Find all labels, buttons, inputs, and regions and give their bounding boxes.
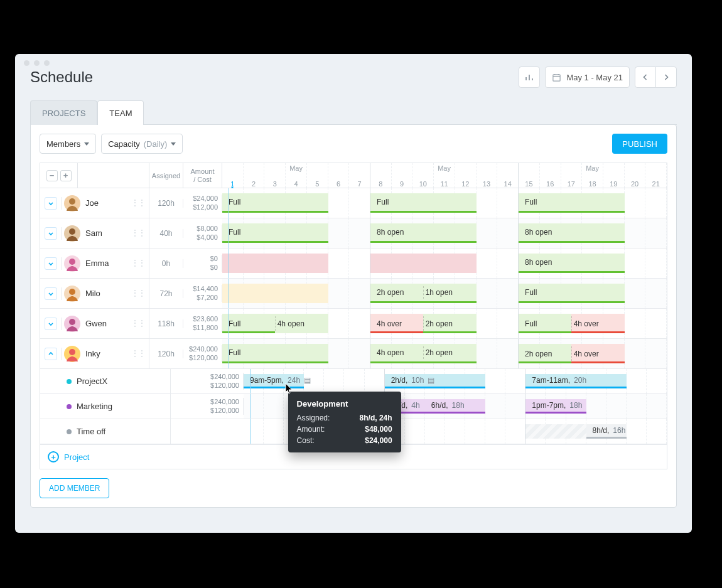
publish-button[interactable]: PUBLISH <box>612 134 667 154</box>
avatar <box>64 225 80 242</box>
assignment-block[interactable]: 9am-5pm, 24h ▤ <box>244 374 304 388</box>
tab-projects[interactable]: PROJECTS <box>30 100 97 125</box>
assignment-block[interactable]: 6h/d, 18h <box>425 399 485 414</box>
member-row: Joe ⋮⋮ 120h $24,000$12,000 FullFullFull <box>40 188 667 218</box>
avatar <box>64 286 80 302</box>
day-header: 20 <box>625 163 646 188</box>
day-header: 16 <box>540 163 561 188</box>
grid-header: − + Assigned Amount/ Cost 1234May5678910… <box>40 163 667 188</box>
day-header: 12 <box>455 163 477 188</box>
svg-point-4 <box>69 228 75 235</box>
expand-button[interactable] <box>45 197 57 210</box>
schedule-grid: − + Assigned Amount/ Cost 1234May5678910… <box>40 163 667 469</box>
expand-button[interactable] <box>45 257 57 270</box>
caret-down-icon <box>84 142 89 146</box>
plus-circle-icon: + <box>48 451 59 462</box>
day-header: 7 <box>349 163 370 188</box>
assigned-hours: 120h <box>149 350 183 358</box>
drag-handle-icon[interactable]: ⋮⋮ <box>131 323 145 324</box>
window-controls <box>24 60 50 66</box>
day-header: 5 <box>307 163 328 188</box>
next-button[interactable] <box>655 67 677 88</box>
traffic-light-icon <box>24 60 30 66</box>
amount-cost: $240,000$120,000 <box>205 373 244 390</box>
project-name: Marketing <box>77 402 112 411</box>
capacity-block[interactable]: Full <box>222 344 328 363</box>
capacity-block[interactable] <box>370 254 477 273</box>
drag-handle-icon[interactable]: ⋮⋮ <box>131 353 145 355</box>
window: Schedule May 1 - May 21 <box>15 54 692 533</box>
assignment-block[interactable]: 2h/d, 10h ▤ <box>385 374 485 388</box>
expand-all-button[interactable]: + <box>60 170 72 181</box>
capacity-dropdown[interactable]: Capacity (Daily) <box>101 134 183 154</box>
expand-button[interactable] <box>45 318 57 330</box>
capacity-mode: (Daily) <box>144 139 168 149</box>
drag-handle-icon[interactable]: ⋮⋮ <box>131 262 145 264</box>
day-header: 15 <box>519 163 540 188</box>
day-header: 19 <box>603 163 625 188</box>
chart-view-button[interactable] <box>519 67 540 88</box>
day-header: 1 <box>222 163 244 188</box>
capacity-block[interactable]: 8h open <box>519 223 625 243</box>
day-header: 10 <box>412 163 434 188</box>
member-name: Joe <box>85 198 99 208</box>
expand-button[interactable] <box>45 287 57 300</box>
capacity-block[interactable]: Full4h over <box>519 314 625 333</box>
capacity-block[interactable]: Full <box>222 193 328 213</box>
capacity-block[interactable]: Full4h open <box>222 314 328 333</box>
capacity-block[interactable]: Full <box>519 284 625 303</box>
day-header: 9 <box>392 163 413 188</box>
chevron-left-icon <box>642 73 649 81</box>
svg-rect-0 <box>553 74 560 80</box>
collapse-button[interactable] <box>45 348 57 360</box>
amount-cost: $14,400$7,200 <box>183 285 222 302</box>
capacity-block[interactable]: 4h over2h open <box>370 314 477 333</box>
day-header: 3 <box>264 163 286 188</box>
capacity-block[interactable] <box>222 254 328 273</box>
capacity-block[interactable]: Full <box>370 193 477 213</box>
members-dropdown[interactable]: Members <box>40 134 96 154</box>
member-name: Gwen <box>85 319 107 328</box>
capacity-block[interactable]: 8h open <box>370 223 477 243</box>
capacity-block[interactable]: 2h open1h open <box>370 284 477 303</box>
drag-handle-icon[interactable]: ⋮⋮ <box>131 202 145 204</box>
drag-handle-icon[interactable]: ⋮⋮ <box>131 292 145 294</box>
calendar-icon <box>552 73 561 82</box>
assigned-hours: 118h <box>149 319 183 328</box>
date-range-picker[interactable]: May 1 - May 21 <box>545 67 630 88</box>
capacity-block[interactable]: 8h open <box>519 254 625 273</box>
add-member-button[interactable]: ADD MEMBER <box>40 478 109 498</box>
collapse-all-button[interactable]: − <box>46 170 58 181</box>
tab-team[interactable]: TEAM <box>97 100 144 125</box>
prev-button[interactable] <box>635 67 656 88</box>
col-assigned: Assigned <box>149 163 183 188</box>
member-row: Gwen ⋮⋮ 118h $23,600$11,800 Full4h open4… <box>40 309 667 339</box>
capacity-block[interactable]: Full <box>222 223 328 243</box>
assigned-hours: 120h <box>149 199 183 208</box>
project-color-dot <box>67 404 72 409</box>
day-header: 2 <box>244 163 265 188</box>
capacity-block[interactable]: 4h open2h open <box>370 344 477 363</box>
amount-cost: $240,000$120,000 <box>183 345 222 363</box>
bar-chart-icon <box>524 72 534 82</box>
capacity-block[interactable] <box>222 284 328 303</box>
avatar <box>64 316 80 332</box>
date-range-text: May 1 - May 21 <box>566 73 623 82</box>
amount-cost: $23,600$11,800 <box>183 315 222 333</box>
assignment-block[interactable]: 1pm-7pm, 18h <box>525 399 586 414</box>
day-header: 6 <box>328 163 350 188</box>
amount-cost: $24,000$12,000 <box>183 195 222 212</box>
capacity-block[interactable]: 2h open4h over <box>519 344 625 363</box>
col-amount: Amount/ Cost <box>183 163 222 188</box>
traffic-light-icon <box>44 60 50 66</box>
assigned-hours: 40h <box>149 229 183 238</box>
capacity-block[interactable]: Full <box>519 193 625 213</box>
assignment-tooltip: DevelopmentAssigned:8h/d, 24hAmount:$48,… <box>288 392 401 452</box>
expand-button[interactable] <box>45 227 57 240</box>
drag-handle-icon[interactable]: ⋮⋮ <box>131 232 145 234</box>
member-name: Sam <box>85 228 102 238</box>
amount-cost: $8,000$4,000 <box>183 225 222 242</box>
assignment-block[interactable]: 8h/d, 16h <box>586 424 627 439</box>
assignment-block[interactable]: 7am-11am, 20h <box>525 374 626 388</box>
project-name: Time off <box>77 427 105 436</box>
